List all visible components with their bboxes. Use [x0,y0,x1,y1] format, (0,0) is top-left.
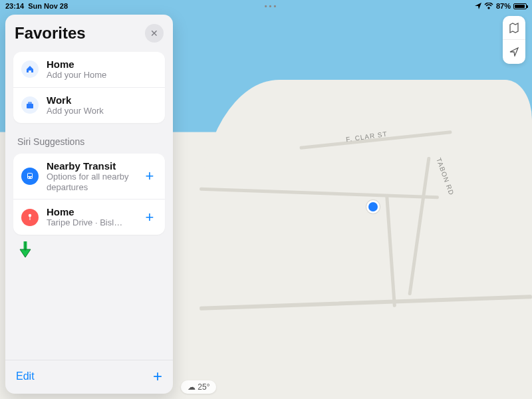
home-icon [21,61,39,78]
status-date: Sun Nov 28 [28,2,68,10]
svg-rect-3 [28,174,32,176]
transit-icon [21,168,39,185]
pin-icon [21,209,39,226]
map-mode-icon [509,23,519,33]
status-bar: 23:14 Sun Nov 28 ••• 87% [0,0,532,12]
list-item-subtitle: Taripe Drive · Bisl… [47,217,134,228]
location-services-icon [475,3,481,9]
list-item-subtitle: Add your Work [47,106,157,116]
list-item-title: Home [47,59,157,70]
status-time: 23:14 [5,2,24,10]
list-item-title: Nearby Transit [47,160,134,172]
suggestion-nearby-transit-row[interactable]: Nearby Transit Options for all nearby de… [13,154,165,199]
svg-rect-1 [29,102,31,104]
multitask-handle[interactable]: ••• [68,2,475,10]
favorite-home-row[interactable]: Home Add your Home [13,52,165,87]
plus-icon: + [153,367,162,385]
edit-button[interactable]: Edit [16,370,153,382]
wifi-icon [484,3,493,9]
panel-footer: Edit + [5,360,173,394]
siri-suggestions-card: Nearby Transit Options for all nearby de… [13,154,165,235]
weather-chip[interactable]: ☁ 25° [181,380,216,394]
weather-text: ☁ 25° [188,382,209,392]
list-item-title: Home [47,206,134,217]
locate-icon [509,47,519,57]
battery-icon [513,3,527,9]
favorites-card: Home Add your Home Work Add your Work [13,52,165,123]
plus-icon: + [146,168,154,184]
favorite-work-row[interactable]: Work Add your Work [13,87,165,123]
list-item-subtitle: Add your Home [47,70,157,80]
svg-point-4 [28,177,29,178]
list-item-title: Work [47,94,157,106]
favorites-panel: Favorites ✕ Home Add your Home Work Add … [5,15,173,394]
suggestion-home-row[interactable]: Home Taripe Drive · Bisl… + [13,199,165,235]
map-locate-button[interactable] [503,40,525,64]
map-mode-button[interactable] [503,16,525,40]
plus-icon: + [146,209,154,225]
map-controls [503,16,525,64]
siri-suggestions-label: Siri Suggestions [5,127,173,150]
svg-rect-7 [30,216,31,220]
svg-point-5 [31,177,32,178]
add-suggestion-button[interactable]: + [142,168,157,185]
landmass [200,80,532,399]
battery-percent: 87% [496,2,511,10]
panel-title: Favorites [15,24,145,43]
close-button[interactable]: ✕ [145,24,164,43]
add-suggestion-button[interactable]: + [142,209,157,226]
user-location-dot [368,202,378,211]
briefcase-icon [21,96,39,114]
list-item-subtitle: Options for all nearby departures [47,172,134,192]
add-favorite-button[interactable]: + [153,367,162,386]
svg-rect-0 [27,104,33,108]
close-icon: ✕ [150,28,158,39]
